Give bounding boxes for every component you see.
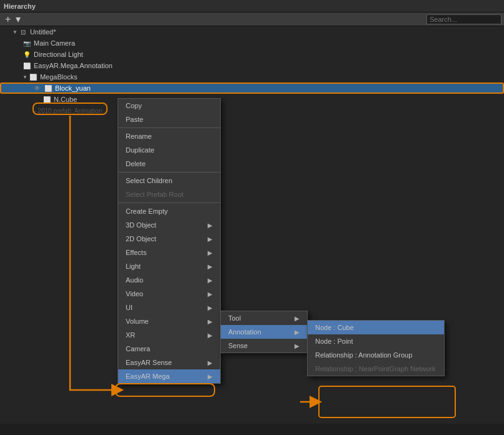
- object-icon: ⬜: [23, 61, 31, 70]
- separator-2: [118, 172, 220, 172]
- dropdown-button[interactable]: ▾: [13, 13, 23, 25]
- submenu2-item-annotation[interactable]: Annotation ▶: [221, 325, 307, 339]
- toolbar: + ▾: [0, 12, 504, 26]
- arrow-icon: ▶: [208, 304, 213, 311]
- menu-item-camera[interactable]: Camera: [118, 342, 220, 356]
- arrow-icon: ▶: [208, 249, 213, 256]
- submenu-annotation: Node : Cube Node : Point Relationship : …: [307, 320, 445, 376]
- menu-item-2d-object[interactable]: 2D Object ▶: [118, 232, 220, 246]
- add-button[interactable]: +: [3, 14, 13, 25]
- menu-item-volume[interactable]: Volume ▶: [118, 314, 220, 328]
- item-label-blurred: – 2010.prefab: Animation: [33, 108, 102, 114]
- submenu3-item-relationship-annotation-group[interactable]: Relationship : Annotation Group: [308, 348, 444, 362]
- camera-icon: 📷: [23, 39, 31, 48]
- submenu-easyar-mega: Tool ▶ Annotation ▶ Sense ▶: [220, 311, 308, 353]
- item-label-block-yuan: Block_yuan: [55, 84, 91, 92]
- menu-item-audio[interactable]: Audio ▶: [118, 273, 220, 287]
- hierarchy-item-ncube[interactable]: ⬜ N.Cube: [0, 94, 504, 105]
- expand-triangle: ▼: [13, 29, 18, 35]
- hierarchy-item-block-yuan[interactable]: 👁 ⬜ Block_yuan: [0, 82, 504, 94]
- submenu2-item-tool[interactable]: Tool ▶: [221, 311, 307, 325]
- item-label-directional-light: Directional Light: [34, 51, 83, 58]
- object-icon-block: ⬜: [44, 84, 53, 92]
- item-label-main-camera: Main Camera: [34, 39, 75, 47]
- circle-easyar-mega: [115, 383, 215, 397]
- search-input[interactable]: [426, 14, 501, 24]
- arrow-icon: ▶: [208, 222, 213, 229]
- submenu3-item-node-point[interactable]: Node : Point: [308, 334, 444, 348]
- item-label-easyar-mega-annotation: EasyAR.Mega.Annotation: [34, 62, 113, 69]
- object-icon-mega: ⬜: [29, 72, 38, 81]
- menu-item-3d-object[interactable]: 3D Object ▶: [118, 218, 220, 232]
- light-icon: 💡: [23, 50, 31, 59]
- menu-item-create-empty[interactable]: Create Empty: [118, 204, 220, 218]
- submenu3-item-node-cube[interactable]: Node : Cube: [308, 321, 444, 334]
- arrow-icon: ▶: [208, 373, 213, 380]
- eye-icon: 👁: [34, 84, 44, 92]
- scene-icon: ⊡: [19, 28, 28, 36]
- menu-item-delete[interactable]: Delete: [118, 157, 220, 171]
- submenu2-item-sense[interactable]: Sense ▶: [221, 339, 307, 352]
- menu-item-xr[interactable]: XR ▶: [118, 328, 220, 342]
- arrow-icon: ▶: [295, 329, 300, 336]
- separator-3: [118, 202, 220, 203]
- menu-item-easyar-mega[interactable]: EasyAR Mega ▶: [118, 369, 220, 383]
- arrow-icon: ▶: [208, 291, 213, 298]
- arrow-icon: ▶: [295, 342, 300, 349]
- hierarchy-item-untitled[interactable]: ▼ ⊡ Untitled*: [0, 26, 504, 38]
- header-bar: Hierarchy: [0, 0, 504, 12]
- hierarchy-panel: ▼ ⊡ Untitled* 📷 Main Camera 💡 Directiona…: [0, 26, 504, 424]
- item-label-untitled: Untitled*: [30, 28, 56, 36]
- submenu3-item-relationship-nearpoint: Relationship : NearPointGraph Network: [308, 362, 444, 376]
- menu-item-copy[interactable]: Copy: [118, 99, 220, 112]
- arrow-icon: ▶: [208, 263, 213, 270]
- menu-item-duplicate[interactable]: Duplicate: [118, 143, 220, 157]
- menu-item-easyar-sense[interactable]: EasyAR Sense ▶: [118, 356, 220, 369]
- expand-triangle-mega: ▼: [23, 74, 28, 80]
- menu-item-light[interactable]: Light ▶: [118, 259, 220, 273]
- hierarchy-item-blurred: – 2010.prefab: Animation: [0, 105, 504, 116]
- menu-item-effects[interactable]: Effects ▶: [118, 246, 220, 259]
- hierarchy-item-directional-light[interactable]: 💡 Directional Light: [0, 49, 504, 60]
- arrow-icon: ▶: [208, 236, 213, 242]
- arrow-icon: ▶: [295, 315, 300, 322]
- arrow-icon: ▶: [208, 332, 213, 339]
- context-menu: Copy Paste Rename Duplicate Delete Selec…: [118, 98, 221, 384]
- arrow-icon: ▶: [208, 359, 213, 366]
- hierarchy-item-megablocks[interactable]: ▼ ⬜ MegaBlocks: [0, 71, 504, 82]
- item-label-megablocks: MegaBlocks: [40, 73, 78, 81]
- separator-1: [118, 128, 220, 128]
- menu-item-rename[interactable]: Rename: [118, 129, 220, 143]
- circle-node-items: [318, 386, 456, 418]
- object-icon-ncube: ⬜: [43, 95, 51, 104]
- menu-item-select-children[interactable]: Select Children: [118, 174, 220, 188]
- menu-item-ui[interactable]: UI ▶: [118, 301, 220, 314]
- arrow-icon: ▶: [208, 277, 213, 284]
- hierarchy-item-main-camera[interactable]: 📷 Main Camera: [0, 38, 504, 49]
- panel-title: Hierarchy: [4, 2, 36, 10]
- hierarchy-item-easyar-mega-annotation[interactable]: ⬜ EasyAR.Mega.Annotation: [0, 60, 504, 71]
- arrow-icon: ▶: [208, 318, 213, 325]
- item-label-ncube: N.Cube: [54, 96, 77, 103]
- menu-item-paste[interactable]: Paste: [118, 112, 220, 126]
- menu-item-select-prefab-root: Select Prefab Root: [118, 188, 220, 201]
- menu-item-video[interactable]: Video ▶: [118, 287, 220, 301]
